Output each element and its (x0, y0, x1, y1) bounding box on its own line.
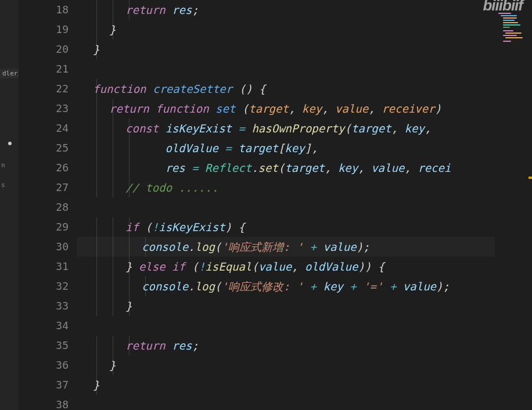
token-plain: ( (139, 221, 152, 233)
token-plain (159, 122, 165, 135)
token-kw: return (125, 339, 166, 352)
token-plain: , (404, 161, 418, 174)
token-plain: ); (357, 240, 370, 253)
token-plain: ( (278, 161, 285, 174)
token-var: res (165, 161, 185, 174)
minimap[interactable] (495, 0, 532, 410)
token-plain: , (292, 260, 305, 273)
token-var: console (142, 240, 188, 253)
token-plain: ); (436, 280, 450, 293)
line-number: 29 (19, 217, 69, 237)
token-op: + (310, 240, 317, 253)
token-plain: ( (215, 240, 221, 253)
token-plain: } (109, 359, 116, 372)
code-line[interactable]: function createSetter () { (77, 79, 265, 99)
code-line[interactable]: } (77, 355, 116, 375)
token-plain (146, 82, 153, 95)
token-plain: , (391, 122, 405, 135)
minimap-line (503, 30, 513, 31)
code-line[interactable]: } (77, 39, 99, 59)
token-op: = (192, 161, 198, 174)
minimap-line (498, 13, 511, 14)
token-plain (396, 280, 402, 293)
token-plain (232, 122, 238, 135)
code-line[interactable]: return res; (77, 336, 199, 355)
token-plain: () { (232, 82, 265, 95)
token-plain (199, 161, 205, 174)
code-line[interactable]: return res; (77, 0, 199, 20)
token-op: ! (152, 221, 159, 233)
line-number: 19 (19, 20, 69, 39)
code-line[interactable]: if (!isKeyExist) { (77, 217, 245, 237)
minimap-line (503, 41, 511, 42)
line-number: 21 (19, 59, 69, 79)
sidebar-label-2: s (1, 181, 5, 189)
line-number: 34 (19, 316, 69, 336)
line-number: 31 (19, 257, 69, 276)
token-plain: ( (185, 260, 199, 273)
line-number: 25 (19, 138, 69, 158)
token-plain: ( (345, 122, 351, 135)
code-line[interactable]: res = Reflect.set(target, key, value, re… (77, 158, 451, 178)
token-var: target (285, 161, 325, 174)
line-number: 26 (19, 158, 69, 178)
token-kw: function (156, 102, 209, 115)
minimap-warning-marker-icon[interactable] (529, 177, 532, 179)
code-line[interactable]: // todo ...... (77, 178, 218, 197)
token-str: '响应式新增: ' (221, 240, 303, 253)
token-op: = (239, 122, 245, 135)
token-plain: , (325, 161, 338, 174)
token-plain: ) { (225, 221, 245, 233)
code-line[interactable]: const isKeyExist = hasOwnProperty(target… (77, 118, 431, 138)
token-kw: function (93, 82, 146, 95)
token-kw: const (125, 122, 159, 135)
activity-sidebar: dler.js n s (0, 0, 19, 410)
token-kw: return (125, 3, 166, 16)
sidebar-label-1: n (1, 161, 5, 169)
code-editor[interactable]: 1819202122232425262728293031323334353637… (19, 0, 495, 410)
code-line[interactable]: } else if (!isEqual(value, oldValue)) { (77, 257, 384, 276)
minimap-line (503, 17, 517, 19)
token-var: key (323, 280, 343, 293)
token-plain (343, 280, 350, 293)
token-param: target (249, 102, 289, 115)
token-op: + (310, 280, 317, 293)
sidebar-modified-dot-icon (8, 142, 12, 145)
token-plain: , (425, 122, 431, 135)
token-var: target (238, 142, 278, 154)
code-line[interactable]: } (77, 20, 116, 39)
token-plain: ( (215, 280, 221, 293)
minimap-line (503, 22, 518, 23)
minimap-line (501, 15, 517, 16)
line-number: 23 (19, 99, 69, 118)
code-line[interactable]: } (77, 375, 99, 395)
line-number: 27 (19, 178, 69, 197)
code-area[interactable]: return res;}}function createSetter () {r… (77, 0, 513, 410)
token-fn: hasOwnProperty (251, 122, 344, 135)
token-plain (166, 339, 172, 352)
token-var: isKeyExist (159, 221, 225, 233)
line-number: 36 (19, 355, 69, 375)
code-line[interactable]: return function set (target, key, value,… (77, 99, 441, 118)
token-plain: } (109, 23, 116, 36)
line-number: 28 (19, 197, 69, 217)
token-var: res (172, 339, 192, 352)
token-plain: [ (278, 142, 285, 154)
token-plain: . (251, 161, 258, 174)
token-param: value (335, 102, 368, 115)
token-plain (245, 122, 251, 135)
code-line[interactable]: console.log('响应式新增: ' + value); (77, 237, 513, 257)
code-line[interactable]: } (77, 296, 132, 316)
token-op: + (390, 280, 396, 293)
token-var: value (258, 260, 292, 273)
token-var: key (405, 122, 425, 135)
minimap-line (505, 33, 522, 34)
token-const: Reflect (205, 161, 251, 174)
token-fnname: createSetter (153, 82, 232, 95)
token-plain (209, 102, 215, 115)
token-plain (317, 240, 323, 253)
line-number: 20 (19, 39, 69, 59)
code-line[interactable]: oldValue = target[key], (77, 138, 318, 158)
token-var: value (323, 240, 356, 253)
code-line[interactable]: console.log('响应式修改: ' + key + '=' + valu… (77, 276, 450, 296)
